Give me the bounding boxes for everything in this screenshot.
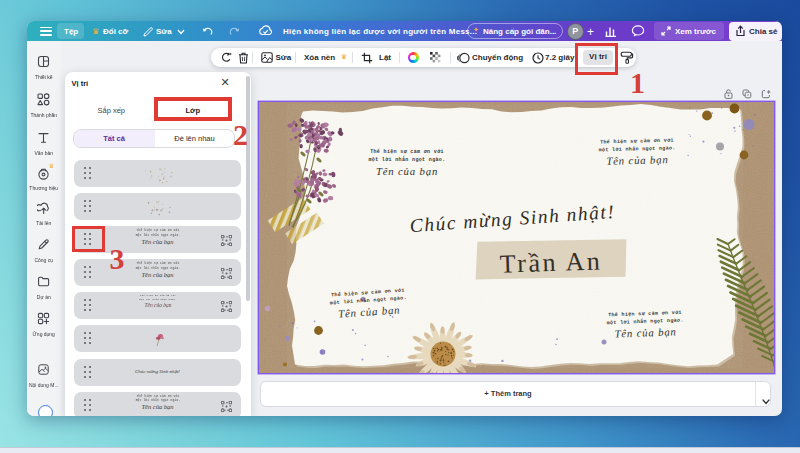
svg-text:Tên của bạn: Tên của bạn [614, 325, 677, 339]
svg-text:Tên của bạn: Tên của bạn [376, 164, 438, 176]
svg-text:Trần An: Trần An [499, 246, 602, 278]
svg-text:Tên của bạn: Tên của bạn [606, 153, 668, 167]
svg-text:Thể hiện sự cảm ơn với: Thể hiện sự cảm ơn với [370, 148, 444, 155]
svg-text:một lời nhắn ngọt ngào.: một lời nhắn ngọt ngào. [368, 154, 445, 162]
